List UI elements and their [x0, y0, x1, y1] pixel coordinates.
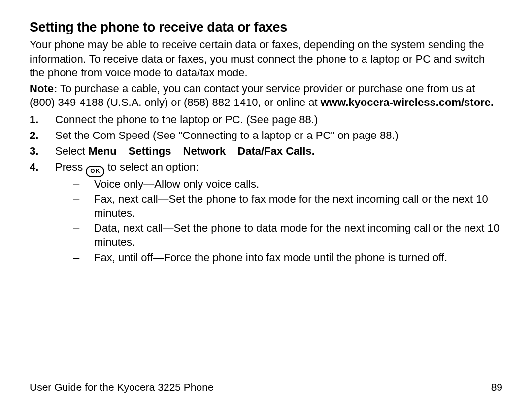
menu-label: Menu — [88, 145, 116, 157]
note-paragraph: Note: To purchase a cable, you can conta… — [30, 82, 502, 110]
step-1: Connect the phone to the laptop or PC. (… — [30, 112, 502, 128]
options-list: Voice only—Allow only voice calls. Fax, … — [55, 177, 502, 265]
settings-label: Settings — [129, 145, 171, 157]
network-label: Network — [183, 145, 226, 157]
section-heading: Setting the phone to receive data or fax… — [30, 20, 502, 35]
note-url: www.kyocera-wireless.com/store. — [321, 96, 494, 108]
note-label: Note: — [30, 82, 57, 95]
page-footer: User Guide for the Kyocera 3225 Phone 89 — [30, 378, 502, 393]
page-number: 89 — [491, 381, 502, 393]
datafax-label: Data/Fax Calls. — [237, 145, 315, 157]
step-4-prefix: Press — [55, 161, 86, 173]
option-fax-until-off-desc: —Force the phone into fax mode until the… — [153, 251, 447, 264]
step-3: Select MenuSettingsNetworkData/Fax Calls… — [30, 143, 502, 159]
option-voice-only: Voice only—Allow only voice calls. — [73, 177, 502, 192]
footer-title: User Guide for the Kyocera 3225 Phone — [30, 381, 214, 393]
step-4: Press OK to select an option: Voice only… — [30, 159, 502, 265]
intro-paragraph: Your phone may be able to receive certai… — [30, 38, 502, 80]
step-2: Set the Com Speed (See "Connecting to a … — [30, 128, 502, 143]
step-3-prefix: Select — [55, 145, 88, 157]
steps-list: Connect the phone to the laptop or PC. (… — [30, 112, 502, 265]
option-fax-next-call-label: Fax, next call — [94, 193, 158, 205]
option-voice-only-desc: —Allow only voice calls. — [143, 178, 259, 190]
footer-rule — [30, 378, 502, 378]
step-4-suffix: to select an option: — [107, 161, 199, 173]
option-fax-next-call: Fax, next call—Set the phone to fax mode… — [73, 192, 502, 220]
option-fax-until-off: Fax, until off—Force the phone into fax … — [73, 251, 502, 265]
option-voice-only-label: Voice only — [94, 178, 143, 190]
option-data-next-call: Data, next call—Set the phone to data mo… — [73, 221, 502, 249]
ok-button-icon: OK — [86, 166, 104, 177]
option-fax-until-off-label: Fax, until off — [94, 251, 153, 264]
